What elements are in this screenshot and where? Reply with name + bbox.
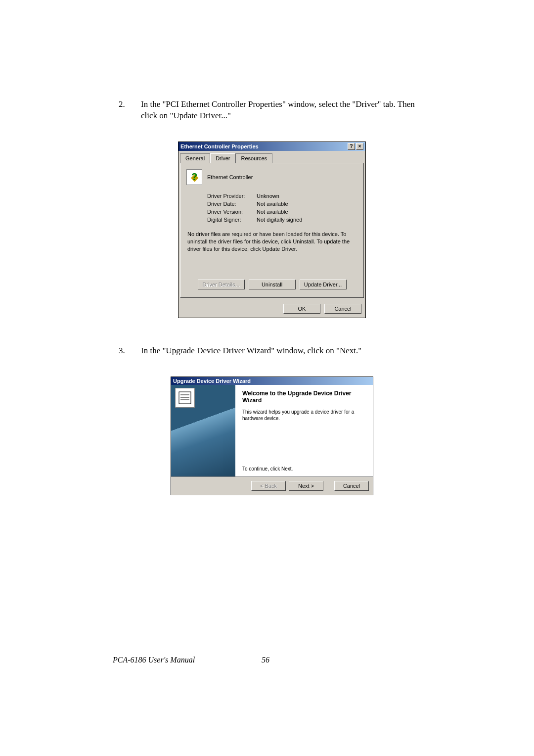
version-value: Not available <box>257 209 288 215</box>
instruction-step-3: 3. In the "Upgrade Device Driver Wizard"… <box>119 345 425 357</box>
step-text: In the "PCI Ethernet Controller Properti… <box>141 99 425 122</box>
back-button: < Back <box>251 481 286 491</box>
tab-strip: General Driver Resources <box>178 151 365 163</box>
step-number: 2. <box>119 99 126 110</box>
tab-general[interactable]: General <box>180 153 210 163</box>
manual-title: PCA-6186 User's Manual <box>113 656 195 664</box>
tab-body: ◆ Ethernet Controller Driver Provider: U… <box>180 163 364 298</box>
close-button[interactable]: × <box>356 143 363 150</box>
ethernet-properties-dialog: Ethernet Controller Properties ? × Gener… <box>178 142 366 319</box>
dialog-title: Upgrade Device Driver Wizard <box>173 378 251 384</box>
instruction-step-2: 2. In the "PCI Ethernet Controller Prope… <box>119 99 425 122</box>
tab-driver[interactable]: Driver <box>210 153 235 163</box>
wizard-continue-text: To continue, click Next. <box>242 466 366 472</box>
wizard-description: This wizard helps you upgrade a device d… <box>242 409 366 422</box>
svg-rect-0 <box>179 392 191 404</box>
info-text: No driver files are required or have bee… <box>187 231 356 253</box>
driver-details-button: Driver Details... <box>198 280 245 289</box>
step-number: 3. <box>119 345 126 357</box>
cancel-button[interactable]: Cancel <box>324 304 361 314</box>
dialog-title: Ethernet Controller Properties <box>180 143 259 149</box>
wizard-welcome-title: Welcome to the Upgrade Device Driver Wiz… <box>242 390 366 404</box>
wizard-sidebar-image <box>171 385 235 476</box>
next-button[interactable]: Next > <box>289 481 323 491</box>
page-number: 56 <box>262 656 269 664</box>
device-name: Ethernet Controller <box>207 174 253 180</box>
update-driver-button[interactable]: Update Driver... <box>300 280 347 289</box>
tab-resources[interactable]: Resources <box>235 153 272 163</box>
provider-value: Unknown <box>257 193 279 199</box>
provider-label: Driver Provider: <box>207 193 257 199</box>
step-text: In the "Upgrade Device Driver Wizard" wi… <box>141 345 425 357</box>
version-label: Driver Version: <box>207 209 257 215</box>
hardware-icon <box>175 388 195 408</box>
signer-label: Digital Signer: <box>207 217 257 223</box>
ok-button[interactable]: OK <box>283 304 320 314</box>
titlebar: Ethernet Controller Properties ? × <box>178 142 365 151</box>
help-button[interactable]: ? <box>348 143 355 150</box>
upgrade-wizard-dialog: Upgrade Device Driver Wizard Welcome to … <box>171 377 373 495</box>
device-question-icon: ◆ <box>186 169 202 185</box>
uninstall-button[interactable]: Uninstall <box>249 280 296 289</box>
cancel-button[interactable]: Cancel <box>334 481 369 491</box>
signer-value: Not digitally signed <box>257 217 302 223</box>
date-label: Driver Date: <box>207 201 257 207</box>
page-footer: PCA-6186 User's Manual 56 <box>0 656 534 664</box>
date-value: Not available <box>257 201 288 207</box>
titlebar: Upgrade Device Driver Wizard <box>171 377 373 385</box>
